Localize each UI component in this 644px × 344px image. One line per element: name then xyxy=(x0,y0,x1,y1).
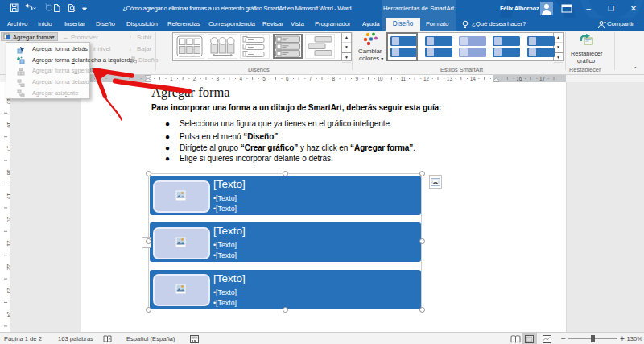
svg-text:5: 5 xyxy=(262,76,266,81)
svg-text:17: 17 xyxy=(539,76,546,81)
svg-text:7: 7 xyxy=(309,76,312,81)
svg-text:4: 4 xyxy=(239,76,242,81)
svg-text:3: 3 xyxy=(217,76,220,81)
svg-text:14: 14 xyxy=(470,76,477,81)
svg-text:13: 13 xyxy=(447,76,453,81)
svg-text:8: 8 xyxy=(332,76,336,81)
svg-text:10: 10 xyxy=(377,76,383,81)
svg-text:11: 11 xyxy=(400,76,406,81)
svg-text:9: 9 xyxy=(355,76,358,81)
svg-text:16: 16 xyxy=(516,76,522,81)
svg-text:12: 12 xyxy=(423,76,430,81)
svg-text:6: 6 xyxy=(286,76,289,81)
